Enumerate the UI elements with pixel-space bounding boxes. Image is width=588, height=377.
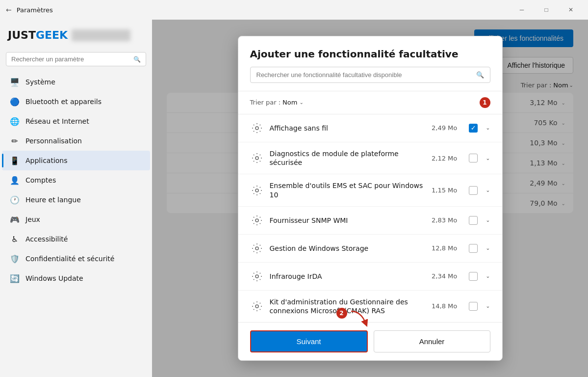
maximize-button[interactable]: □ [535, 2, 558, 18]
title-bar-controls: ─ □ ✕ [511, 2, 582, 18]
dialog-search-input[interactable] [256, 71, 472, 79]
window-title: Paramètres [17, 6, 53, 14]
sidebar-item-updates[interactable]: 🔄 Windows Update [2, 269, 150, 288]
sidebar-item-applications[interactable]: 📱 Applications [2, 151, 150, 170]
svg-point-5 [256, 275, 258, 278]
updates-icon: 🔄 [10, 273, 20, 283]
svg-point-4 [256, 247, 258, 250]
nav-items: 🖥️ Système 🔵 Bluetooth et appareils 🌐 Ré… [0, 72, 152, 288]
feature-expand-icon[interactable]: ⌄ [486, 125, 490, 131]
personalization-icon: ✏️ [10, 136, 20, 146]
feature-expand-icon[interactable]: ⌄ [486, 245, 490, 251]
back-button[interactable]: ← [6, 6, 12, 14]
logo: JUSTGEEK [8, 30, 68, 41]
dialog-sort-row: Trier par : Nom ⌄ 1 [238, 91, 502, 114]
sidebar-item-label-privacy: Confidentialité et sécurité [26, 255, 114, 263]
logo-area: JUSTGEEK [0, 25, 152, 49]
sidebar: JUSTGEEK 🔍 🖥️ Système 🔵 Bluetooth et app… [0, 20, 152, 377]
title-bar-left: ← Paramètres [6, 6, 53, 14]
feature-expand-icon[interactable]: ⌄ [486, 303, 490, 309]
sidebar-item-label-gaming: Jeux [26, 215, 40, 223]
logo-geek: GEEK [36, 29, 68, 41]
sidebar-item-label-network: Réseau et Internet [26, 117, 89, 125]
feature-expand-icon[interactable]: ⌄ [486, 273, 490, 279]
time-icon: 🕐 [10, 195, 20, 205]
privacy-icon: 🛡️ [10, 254, 20, 264]
feature-expand-icon[interactable]: ⌄ [486, 155, 490, 162]
feature-checkbox-empty[interactable] [469, 154, 478, 162]
feature-name: Infrarouge IrDA [270, 272, 426, 281]
feature-item: Gestion de Windows Storage 12,8 Mo ⌄ [238, 235, 502, 263]
search-icon: 🔍 [133, 56, 141, 63]
logo-blurred [72, 29, 130, 41]
modal-overlay: Ajouter une fonctionnalité facultative 🔍… [152, 20, 588, 377]
dialog-footer: 2 Suivant Annuler [238, 322, 502, 360]
badge-2: 2 [336, 308, 347, 319]
feature-gear-icon [250, 269, 264, 283]
feature-checkbox-empty[interactable] [469, 272, 478, 281]
accounts-icon: 👤 [10, 175, 20, 185]
dialog-title: Ajouter une fonctionnalité facultative [250, 48, 490, 60]
network-icon: 🌐 [10, 116, 20, 126]
feature-item: Ensemble d'outils EMS et SAC pour Window… [238, 174, 502, 206]
dialog-search-box[interactable]: 🔍 [250, 67, 490, 83]
dialog-sort-chevron-icon[interactable]: ⌄ [299, 100, 303, 105]
feature-gear-icon [250, 242, 264, 255]
feature-name: Gestion de Windows Storage [270, 244, 426, 253]
title-bar: ← Paramètres ─ □ ✕ [0, 0, 588, 20]
feature-checkbox-empty[interactable] [469, 244, 478, 253]
feature-gear-icon [250, 299, 264, 313]
feature-checkbox-empty[interactable] [469, 186, 478, 195]
gaming-icon: 🎮 [10, 215, 20, 224]
applications-icon: 📱 [10, 156, 20, 165]
dialog-feature-list: Affichage sans fil 2,49 Mo ✓ ⌄ Diagnosti… [238, 114, 502, 322]
sidebar-item-label-applications: Applications [26, 157, 68, 164]
sidebar-item-label-bluetooth: Bluetooth et appareils [26, 98, 102, 106]
suivant-button[interactable]: Suivant [250, 330, 368, 352]
feature-gear-icon [250, 151, 264, 165]
feature-name: Affichage sans fil [270, 124, 426, 133]
svg-point-3 [256, 219, 258, 222]
feature-name: Diagnostics de module de plateforme sécu… [270, 149, 426, 167]
minimize-button[interactable]: ─ [511, 2, 533, 18]
feature-name: Fournisseur SNMP WMI [270, 216, 426, 225]
sidebar-item-personalization[interactable]: ✏️ Personnalisation [2, 131, 150, 151]
sidebar-item-privacy[interactable]: 🛡️ Confidentialité et sécurité [2, 249, 150, 269]
search-input[interactable] [11, 55, 130, 63]
feature-checkbox-checked[interactable]: ✓ [469, 124, 478, 133]
system-icon: 🖥️ [10, 77, 20, 87]
sidebar-item-system[interactable]: 🖥️ Système [2, 72, 150, 92]
svg-point-2 [256, 189, 258, 192]
feature-checkbox-empty[interactable] [469, 302, 478, 311]
dialog: Ajouter une fonctionnalité facultative 🔍… [238, 36, 503, 361]
feature-size: 2,83 Mo [432, 216, 457, 224]
content-area: JUSTGEEK 🔍 🖥️ Système 🔵 Bluetooth et app… [0, 20, 588, 377]
feature-size: 1,15 Mo [432, 187, 457, 194]
sidebar-item-gaming[interactable]: 🎮 Jeux [2, 210, 150, 229]
feature-item: Infrarouge IrDA 2,34 Mo ⌄ [238, 263, 502, 291]
feature-size: 2,12 Mo [432, 155, 457, 162]
sidebar-item-time[interactable]: 🕐 Heure et langue [2, 190, 150, 210]
close-button[interactable]: ✕ [560, 2, 582, 18]
feature-expand-icon[interactable]: ⌄ [486, 187, 490, 193]
sidebar-item-network[interactable]: 🌐 Réseau et Internet [2, 111, 150, 131]
sidebar-item-label-updates: Windows Update [26, 274, 83, 282]
search-box[interactable]: 🔍 [6, 52, 146, 66]
settings-window: ← Paramètres ─ □ ✕ JUSTGEEK 🔍 🖥️ Système [0, 0, 588, 377]
feature-size: 14,8 Mo [432, 302, 457, 310]
feature-item: Fournisseur SNMP WMI 2,83 Mo ⌄ [238, 207, 502, 235]
sidebar-item-accessibility[interactable]: ♿ Accessibilité [2, 229, 150, 249]
feature-checkbox-empty[interactable] [469, 216, 478, 225]
dialog-sort-label: Trier par : [250, 99, 281, 106]
sidebar-item-label-time: Heure et langue [26, 196, 81, 204]
annuler-button[interactable]: Annuler [374, 330, 490, 352]
accessibility-icon: ♿ [10, 234, 20, 244]
sidebar-item-accounts[interactable]: 👤 Comptes [2, 170, 150, 190]
dialog-sort-value: Nom [282, 99, 297, 106]
svg-point-1 [256, 157, 258, 160]
sidebar-item-label-personalization: Personnalisation [26, 137, 82, 145]
sidebar-item-bluetooth[interactable]: 🔵 Bluetooth et appareils [2, 92, 150, 111]
feature-expand-icon[interactable]: ⌄ [486, 217, 490, 223]
main-content: Afficher les fonctionnalités Afficher l'… [152, 20, 588, 377]
feature-size: 2,49 Mo [432, 124, 457, 132]
